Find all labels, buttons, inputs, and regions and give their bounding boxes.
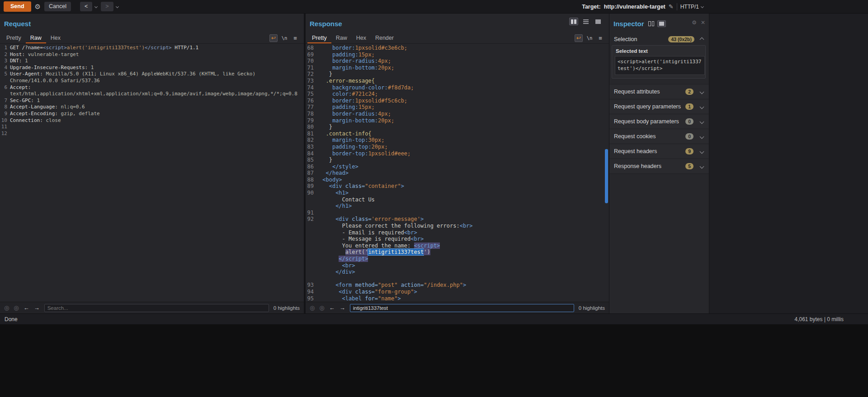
chevron-down-icon <box>700 149 704 154</box>
count-badge: 0 <box>685 133 693 140</box>
response-search-bar: ◎ ◎ ← → 0 highlights <box>306 302 609 313</box>
line-number <box>306 243 314 249</box>
selected-text-value[interactable]: <script>alert('intigriti1337test')</scri… <box>615 56 705 75</box>
layout-columns-button[interactable] <box>569 18 578 25</box>
selection-section-header[interactable]: Selection 43 (0x2b) <box>609 33 709 45</box>
inspector-section-label: Request query parameters <box>614 103 681 110</box>
cancel-button[interactable]: Cancel <box>44 2 71 12</box>
code-line: 77 padding:15px; <box>306 104 609 111</box>
history-forward-button[interactable]: > <box>101 2 113 12</box>
inspector-section[interactable]: Request cookies0 <box>609 129 709 144</box>
send-settings-gear-icon[interactable]: ⚙ <box>35 3 41 10</box>
line-number: 79 <box>306 117 314 124</box>
request-tab-pretty[interactable]: Pretty <box>2 33 26 43</box>
code-line: 71 margin-bottom:20px; <box>306 65 609 71</box>
word-wrap-toggle-button[interactable]: ↩ <box>575 34 583 42</box>
line-number: 78 <box>306 111 314 117</box>
line-number: 1 <box>0 45 7 51</box>
http-version-chevron-icon[interactable] <box>701 5 704 8</box>
layout-rows-button[interactable] <box>581 18 590 25</box>
inspector-section[interactable]: Request headers9 <box>609 144 709 159</box>
search-next-button[interactable]: → <box>34 305 40 311</box>
line-number: 3 <box>0 58 7 65</box>
code-line: 74 background-color:#f8d7da; <box>306 84 609 91</box>
search-options-icon[interactable]: ◎ <box>319 305 324 311</box>
line-number: 7 <box>0 98 7 104</box>
search-settings-icon[interactable]: ◎ <box>4 305 9 311</box>
search-prev-button[interactable]: ← <box>24 305 29 311</box>
code-line: 93 <form method="post" action="/index.ph… <box>306 282 609 289</box>
forward-dropdown-chevron-icon[interactable] <box>116 5 119 8</box>
editor-menu-button[interactable]: ≡ <box>291 34 299 42</box>
request-tab-hex[interactable]: Hex <box>46 33 65 43</box>
inspector-close-icon[interactable]: ✕ <box>701 19 705 26</box>
line-number: 9 <box>0 111 7 117</box>
response-tab-hex[interactable]: Hex <box>352 33 371 43</box>
repeater-toolbar: Send ⚙ Cancel < > Target: http://vulnera… <box>0 0 868 14</box>
code-line: 9Accept-Encoding: gzip, deflate <box>0 111 304 117</box>
search-options-icon[interactable]: ◎ <box>14 305 19 311</box>
http-version-selector[interactable]: HTTP/1 <box>680 4 699 10</box>
search-settings-icon[interactable]: ◎ <box>310 305 315 311</box>
show-newlines-toggle-button[interactable]: \n <box>280 34 288 42</box>
code-line: 12 <box>0 131 304 137</box>
inspector-dock-icon[interactable] <box>648 21 654 26</box>
response-tab-render[interactable]: Render <box>371 33 398 43</box>
history-back-button[interactable]: < <box>80 2 92 12</box>
line-number <box>306 203 314 210</box>
line-number: 71 <box>306 65 314 71</box>
code-line: 91 <box>306 210 609 216</box>
line-number <box>306 269 314 276</box>
show-newlines-toggle-button[interactable]: \n <box>585 34 594 42</box>
request-tab-raw[interactable]: Raw <box>26 33 46 43</box>
line-number: 89 <box>306 183 314 190</box>
code-line: 75 color:#721c24; <box>306 91 609 98</box>
response-panel: Response Pretty Raw Hex Render ↩ \n ≡ 68… <box>306 14 609 313</box>
inspector-layout-icons <box>648 20 666 27</box>
code-line: 6Accept: text/html,application/xhtml+xml… <box>0 84 304 98</box>
response-search-input[interactable] <box>350 304 574 312</box>
line-number <box>306 262 314 269</box>
inspector-section[interactable]: Request attributes2 <box>609 84 709 99</box>
request-search-input[interactable] <box>44 304 269 312</box>
response-scrollbar-thumb[interactable] <box>605 149 608 203</box>
code-line: Contact Us <box>306 196 609 203</box>
line-number: 87 <box>306 170 314 177</box>
request-editor-icons: ↩ \n ≡ <box>269 33 302 43</box>
line-number: 8 <box>0 104 7 111</box>
layout-single-button[interactable] <box>594 18 603 25</box>
search-prev-button[interactable]: ← <box>329 305 335 311</box>
main-area: Request Pretty Raw Hex ↩ \n ≡ 1GET /?nam… <box>0 14 868 313</box>
code-line: 3DNT: 1 <box>0 58 304 65</box>
inspector-section[interactable]: Response headers5 <box>609 159 709 174</box>
send-button[interactable]: Send <box>4 1 31 12</box>
editor-menu-button[interactable]: ≡ <box>596 34 604 42</box>
request-search-highlights: 0 highlights <box>274 305 300 311</box>
status-text: Done <box>5 316 18 322</box>
code-line: 70 border-radius:4px; <box>306 58 609 65</box>
inspector-section[interactable]: Request query parameters1 <box>609 99 709 114</box>
edit-target-pencil-icon[interactable]: ✎ <box>669 3 674 10</box>
response-tab-raw[interactable]: Raw <box>331 33 352 43</box>
count-badge: 9 <box>685 148 693 155</box>
search-next-button[interactable]: → <box>340 305 345 311</box>
line-number <box>306 236 314 243</box>
request-editor[interactable]: 1GET /?name=<script>alert('intigriti1337… <box>0 44 304 302</box>
back-dropdown-chevron-icon[interactable] <box>94 5 98 8</box>
inspector-section[interactable]: Request body parameters0 <box>609 114 709 129</box>
line-number: 86 <box>306 163 314 170</box>
response-editor[interactable]: 68 border:1pxsolid#c3e6cb;69 padding:15p… <box>306 44 609 302</box>
request-panel: Request Pretty Raw Hex ↩ \n ≡ 1GET /?nam… <box>0 14 304 313</box>
inspector-pane-active-icon[interactable] <box>657 20 666 27</box>
code-line: 94 <div class="form-group"> <box>306 289 609 295</box>
inspector-settings-gear-icon[interactable]: ⚙ <box>692 19 697 26</box>
response-metrics: 4,061 bytes | 0 millis <box>795 316 844 322</box>
code-line: 8Accept-Language: nl;q=0.6 <box>0 104 304 111</box>
code-line: 85 } <box>306 157 609 163</box>
word-wrap-toggle-button[interactable]: ↩ <box>269 34 278 42</box>
line-number: 88 <box>306 177 314 183</box>
line-number: 68 <box>306 45 314 51</box>
response-tab-pretty[interactable]: Pretty <box>307 33 331 43</box>
count-badge: 2 <box>685 89 693 95</box>
line-number: 92 <box>306 216 314 223</box>
